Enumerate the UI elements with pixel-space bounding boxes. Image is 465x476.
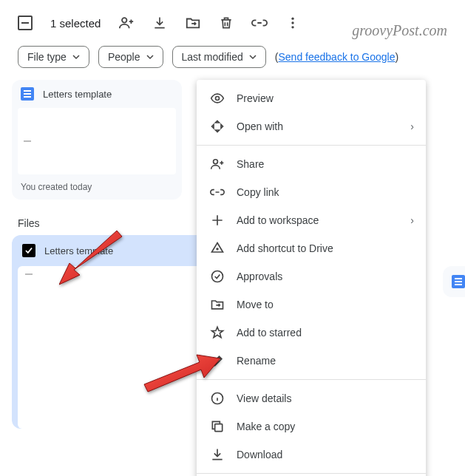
select-all-checkbox[interactable]: [18, 16, 33, 30]
selection-count: 1 selected: [50, 17, 101, 30]
filter-people[interactable]: People: [98, 46, 163, 68]
menu-download[interactable]: Download: [197, 441, 426, 469]
open-with-icon: [210, 119, 225, 134]
chevron-right-icon: ›: [410, 120, 414, 132]
eye-icon: [210, 91, 225, 106]
card-title: Letters template: [43, 89, 112, 100]
filter-label: People: [108, 51, 140, 63]
context-menu: Preview Open with› Share Copy link Add t…: [197, 80, 426, 476]
trash-icon[interactable]: [219, 16, 234, 30]
approvals-icon: [210, 269, 225, 284]
caret-down-icon: [249, 53, 257, 61]
menu-divider: [197, 379, 426, 380]
svg-point-1: [292, 18, 294, 20]
star-icon: [210, 325, 225, 340]
card-thumbnail: [18, 108, 176, 174]
menu-add-to-starred[interactable]: Add to starred: [197, 319, 426, 347]
menu-divider: [197, 473, 426, 474]
caret-down-icon: [72, 53, 80, 61]
google-docs-icon: [452, 275, 465, 288]
svg-point-3: [292, 26, 294, 28]
menu-add-to-workspace[interactable]: Add to workspace›: [197, 206, 426, 234]
chevron-right-icon: ›: [410, 214, 414, 226]
menu-copy-link[interactable]: Copy link: [197, 178, 426, 206]
watermark-text: groovyPost.com: [352, 22, 447, 39]
menu-share[interactable]: Share: [197, 150, 426, 178]
svg-point-4: [216, 97, 220, 101]
svg-point-0: [122, 18, 126, 22]
svg-point-6: [212, 271, 223, 282]
move-to-icon[interactable]: [185, 15, 201, 31]
filter-label: Last modified: [182, 51, 243, 63]
download-icon[interactable]: [152, 16, 167, 30]
link-icon: [210, 185, 225, 200]
filter-last-modified[interactable]: Last modified: [172, 46, 266, 68]
drive-shortcut-icon: [210, 241, 225, 256]
copy-icon: [210, 419, 225, 434]
plus-icon: [210, 213, 225, 228]
menu-approvals[interactable]: Approvals: [197, 262, 426, 290]
download-icon: [210, 447, 225, 462]
menu-view-details[interactable]: View details: [197, 384, 426, 412]
svg-point-2: [292, 21, 294, 24]
caret-down-icon: [146, 53, 154, 61]
menu-move-to[interactable]: Move to: [197, 290, 426, 319]
annotation-arrow: [59, 229, 126, 291]
menu-make-a-copy[interactable]: Make a copy: [197, 412, 426, 441]
more-menu-icon[interactable]: [285, 16, 300, 30]
person-add-icon: [210, 157, 225, 171]
svg-rect-8: [215, 424, 223, 432]
share-person-icon[interactable]: [118, 15, 135, 31]
filter-label: File type: [27, 51, 67, 63]
annotation-arrow: [140, 344, 222, 398]
google-docs-icon: [21, 87, 34, 101]
menu-divider: [197, 145, 426, 146]
menu-rename[interactable]: Rename: [197, 347, 426, 375]
folder-move-icon: [210, 297, 225, 312]
suggested-card[interactable]: Letters template You created today: [12, 80, 182, 200]
menu-open-with[interactable]: Open with›: [197, 112, 426, 140]
svg-point-5: [214, 160, 218, 164]
link-icon[interactable]: [251, 15, 268, 31]
filter-bar: File type People Last modified (Send fee…: [12, 43, 453, 80]
feedback-link[interactable]: Send feedback to Google: [278, 51, 395, 63]
filter-file-type[interactable]: File type: [18, 46, 89, 68]
menu-add-shortcut[interactable]: Add shortcut to Drive: [197, 234, 426, 262]
file-checkbox-checked[interactable]: [22, 244, 35, 257]
menu-preview[interactable]: Preview: [197, 84, 426, 112]
card-footer: You created today: [12, 174, 182, 200]
adjacent-file-card[interactable]: [443, 266, 465, 297]
